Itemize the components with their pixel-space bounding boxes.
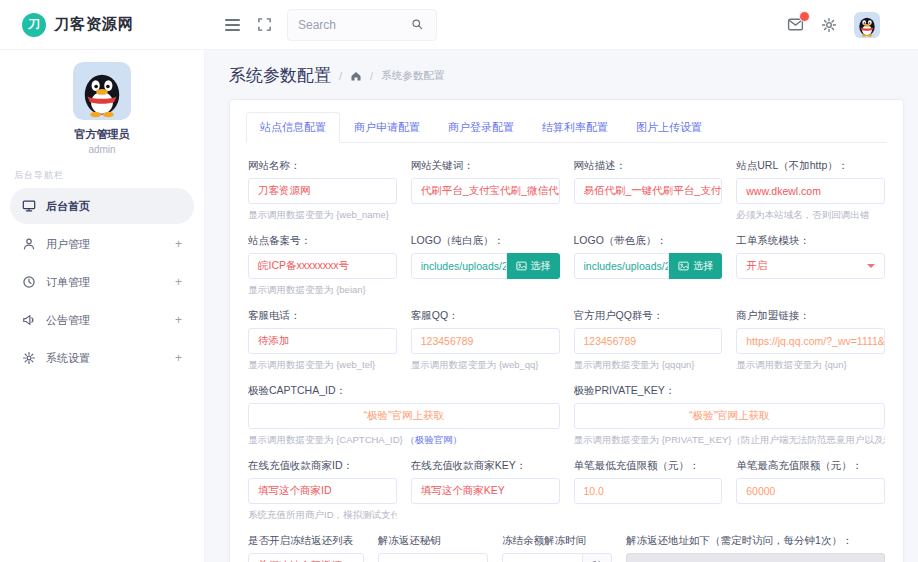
text-input[interactable]: 代刷平台_支付宝代刷_微信代刷_QQ代刷 - 刀客资源 bbox=[411, 178, 560, 204]
sidebar-item-3[interactable]: 公告管理+ bbox=[10, 302, 194, 338]
field-label: 单笔最高充值限额（元）： bbox=[736, 459, 885, 473]
brand: 刀 刀客资源网 bbox=[0, 13, 205, 37]
field-helper: 显示调用数据变量为 {CAPTCHA_ID} （极验官网） bbox=[248, 434, 560, 447]
sidebar-profile: 官方管理员 admin bbox=[0, 62, 204, 155]
search-icon[interactable] bbox=[408, 16, 426, 34]
field-helper: 显示调用数据变量为 {web_name} bbox=[248, 209, 397, 222]
text-input[interactable]: 123456789 bbox=[574, 328, 723, 354]
form-field: 工单系统模块：开启 bbox=[736, 234, 885, 297]
text-input[interactable]: 易佰代刷_一键代刷平台_支付宝代刷_微信代刷_QQ代 bbox=[574, 178, 723, 204]
page-title: 系统参数配置 bbox=[229, 64, 331, 87]
form-field: 在线充值收款商家KEY：填写这个商家KEY bbox=[411, 459, 560, 522]
settings-gear-icon[interactable] bbox=[820, 16, 838, 34]
form-field: 客服QQ：123456789显示调用数据变量为 {web_qq} bbox=[411, 309, 560, 372]
text-input[interactable]: “极验”官网上获取 bbox=[574, 403, 886, 429]
expand-plus-icon: + bbox=[175, 237, 182, 251]
breadcrumb: 系统参数配置 / / 系统参数配置 bbox=[229, 64, 904, 87]
sidebar-item-label: 系统设置 bbox=[46, 351, 90, 366]
text-input[interactable]: 刀客资源网 bbox=[248, 178, 397, 204]
main-content: 系统参数配置 / / 系统参数配置 站点信息配置商户申请配置商户登录配置结算利率… bbox=[205, 50, 918, 562]
field-label: 极验CAPTCHA_ID： bbox=[248, 384, 560, 398]
user-avatar[interactable] bbox=[854, 12, 880, 38]
field-helper: 显示调用数据变量为 {web_qq} bbox=[411, 359, 560, 372]
sidebar-item-2[interactable]: 订单管理+ bbox=[10, 264, 194, 300]
choose-file-button[interactable]: 选择 bbox=[669, 253, 722, 279]
choose-file-label: 选择 bbox=[693, 259, 713, 273]
tab-0[interactable]: 站点信息配置 bbox=[246, 112, 340, 143]
expand-plus-icon: + bbox=[175, 275, 182, 289]
field-label: 商户加盟链接： bbox=[736, 309, 885, 323]
form-row: 在线充值收款商家ID：填写这个商家ID系统充值所用商户ID，模拟测试支付页面在线… bbox=[248, 459, 885, 522]
tab-1[interactable]: 商户申请配置 bbox=[340, 112, 434, 143]
text-input[interactable]: 10.0 bbox=[574, 478, 723, 504]
text-input[interactable]: 123456789 bbox=[411, 328, 560, 354]
choose-image-icon bbox=[678, 261, 689, 271]
form-field: 极验PRIVATE_KEY：“极验”官网上获取显示调用数据变量为 {PRIVAT… bbox=[574, 384, 886, 447]
form-field: LOGO（纯白底）：includes/uploads/2021052422131… bbox=[411, 234, 560, 297]
number-input[interactable]: 3600 bbox=[502, 553, 583, 562]
monitor-icon bbox=[22, 199, 36, 213]
sidebar-item-4[interactable]: 系统设置+ bbox=[10, 340, 194, 376]
sidebar-nav: 后台首页用户管理+订单管理+公告管理+系统设置+ bbox=[0, 188, 204, 376]
tab-4[interactable]: 图片上传设置 bbox=[622, 112, 716, 143]
field-label: 极验PRIVATE_KEY： bbox=[574, 384, 886, 398]
text-input[interactable]: 皖ICP备xxxxxxxx号 bbox=[248, 253, 397, 279]
form-field: 在线充值收款商家ID：填写这个商家ID系统充值所用商户ID，模拟测试支付页面 bbox=[248, 459, 397, 522]
field-label: LOGO（带色底）： bbox=[574, 234, 723, 248]
sidebar-item-label: 后台首页 bbox=[46, 199, 90, 214]
file-path-input[interactable]: includes/uploads/20210524221020858.pn bbox=[574, 253, 670, 279]
field-helper: 必须为本站域名，否则回调出错 bbox=[736, 209, 885, 222]
text-input[interactable]: 20010325 bbox=[378, 553, 488, 562]
form-field: 冻结余额解冻时间3600秒 bbox=[502, 534, 612, 562]
choose-file-button[interactable]: 选择 bbox=[507, 253, 560, 279]
form-row: 站点备案号：皖ICP备xxxxxxxx号显示调用数据变量为 {beian}LOG… bbox=[248, 234, 885, 297]
profile-name: 官方管理员 bbox=[0, 127, 204, 142]
sidebar-toggle-icon[interactable] bbox=[223, 16, 241, 34]
tab-3[interactable]: 结算利率配置 bbox=[528, 112, 622, 143]
settings-form: 网站名称：刀客资源网显示调用数据变量为 {web_name}网站关键词：代刷平台… bbox=[230, 143, 903, 562]
brand-logo-icon: 刀 bbox=[22, 13, 46, 37]
text-input[interactable]: https://jq.qq.com/?_wv=1111&k=5MdHTO bbox=[736, 328, 885, 354]
select-input[interactable]: 关闭冻结余额返还 bbox=[248, 553, 364, 562]
user-icon bbox=[22, 237, 36, 251]
expand-plus-icon: + bbox=[175, 351, 182, 365]
field-label: 冻结余额解冻时间 bbox=[502, 534, 612, 548]
sidebar-item-1[interactable]: 用户管理+ bbox=[10, 226, 194, 262]
field-label: 网站描述： bbox=[574, 159, 723, 173]
file-input-group: includes/uploads/20210524221318885.pn选择 bbox=[411, 253, 560, 279]
field-label: 是否开启冻结返还列表 bbox=[248, 534, 364, 548]
text-input[interactable]: “极验”官网上获取 bbox=[248, 403, 560, 429]
breadcrumb-current: 系统参数配置 bbox=[381, 69, 444, 83]
brand-name: 刀客资源网 bbox=[54, 15, 134, 34]
home-icon[interactable] bbox=[350, 70, 362, 82]
text-input[interactable]: 填写这个商家ID bbox=[248, 478, 397, 504]
form-field: 商户加盟链接：https://jq.qq.com/?_wv=1111&k=5Md… bbox=[736, 309, 885, 372]
messages-icon[interactable] bbox=[786, 16, 804, 34]
form-field: 网站名称：刀客资源网显示调用数据变量为 {web_name} bbox=[248, 159, 397, 222]
form-field: LOGO（带色底）：includes/uploads/2021052422102… bbox=[574, 234, 723, 297]
expand-plus-icon: + bbox=[175, 313, 182, 327]
gear-icon bbox=[22, 351, 36, 365]
fullscreen-icon[interactable] bbox=[255, 16, 273, 34]
file-path-input[interactable]: includes/uploads/20210524221318885.pn bbox=[411, 253, 507, 279]
text-input[interactable]: 待添加 bbox=[248, 328, 397, 354]
profile-avatar bbox=[73, 62, 131, 120]
form-field: 极验CAPTCHA_ID：“极验”官网上获取显示调用数据变量为 {CAPTCHA… bbox=[248, 384, 560, 447]
form-row: 极验CAPTCHA_ID：“极验”官网上获取显示调用数据变量为 {CAPTCHA… bbox=[248, 384, 885, 447]
profile-username: admin bbox=[0, 144, 204, 155]
sidebar-item-0[interactable]: 后台首页 bbox=[10, 188, 194, 224]
search-input[interactable]: Search bbox=[287, 9, 437, 41]
select-input[interactable]: 开启 bbox=[736, 253, 885, 279]
field-label: 官方用户QQ群号： bbox=[574, 309, 723, 323]
text-input[interactable]: 60000 bbox=[736, 478, 885, 504]
text-input[interactable]: www.dkewl.com bbox=[736, 178, 885, 204]
form-field: 客服电话：待添加显示调用数据变量为 {web_tel} bbox=[248, 309, 397, 372]
field-helper: 显示调用数据变量为 {web_tel} bbox=[248, 359, 397, 372]
form-row: 网站名称：刀客资源网显示调用数据变量为 {web_name}网站关键词：代刷平台… bbox=[248, 159, 885, 222]
field-label: 网站名称： bbox=[248, 159, 397, 173]
choose-image-icon bbox=[516, 261, 527, 271]
tab-2[interactable]: 商户登录配置 bbox=[434, 112, 528, 143]
select-value: 开启 bbox=[746, 259, 767, 273]
text-input[interactable]: 填写这个商家KEY bbox=[411, 478, 560, 504]
helper-link[interactable]: （极验官网） bbox=[405, 434, 462, 445]
